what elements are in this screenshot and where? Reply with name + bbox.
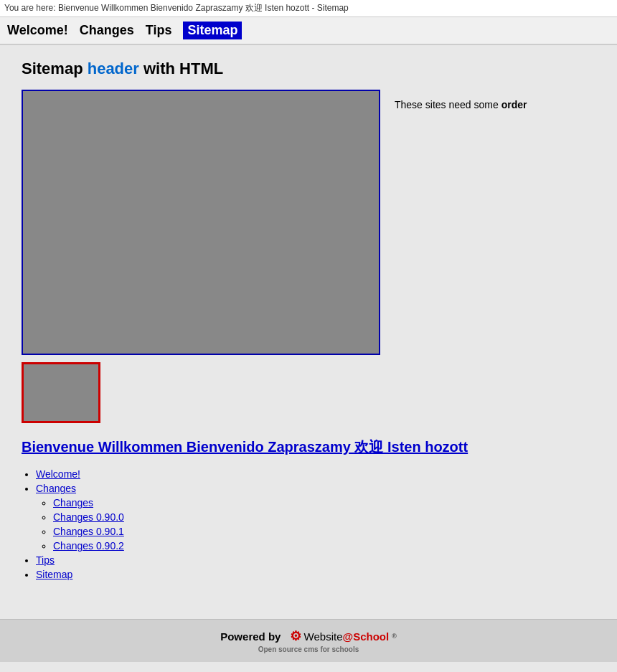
trademark-symbol: ® [392, 633, 397, 640]
welcome-heading-link[interactable]: Bienvenue Willkommen Bienvenido Zaprasza… [22, 437, 595, 457]
link-changes-0902[interactable]: Changes 0.90.2 [53, 540, 124, 552]
image-section: These sites need some order [22, 90, 595, 355]
nav-changes[interactable]: Changes [80, 23, 134, 38]
footer-logo: Powered by ⚙ Website@School ® [220, 628, 397, 644]
list-item: Changes Changes Changes 0.90.0 Changes 0… [36, 483, 595, 552]
link-changes[interactable]: Changes [36, 483, 76, 494]
gear-icon: ⚙ [290, 628, 301, 644]
list-item: Sitemap [36, 569, 595, 580]
breadcrumb: You are here: Bienvenue Willkommen Bienv… [0, 0, 617, 17]
list-item: Changes [53, 497, 595, 508]
link-changes-main[interactable]: Changes [53, 497, 93, 508]
footer-logo-text: Website@School [304, 630, 390, 643]
list-item: Tips [36, 554, 595, 566]
footer: Powered by ⚙ Website@School ® Open sourc… [0, 619, 617, 662]
top-navigation: Welcome! Changes Tips Sitemap [0, 17, 617, 45]
link-changes-090[interactable]: Changes 0.90.0 [53, 511, 124, 523]
list-item: Changes 0.90.0 [53, 511, 595, 523]
page-title: Sitemap header with HTML [22, 60, 595, 78]
sitemap-top-list: Welcome! Changes Changes Changes 0.90.0 … [36, 468, 595, 580]
list-item: Changes 0.90.2 [53, 540, 595, 552]
thumbnail-image-wrapper [22, 362, 100, 423]
side-text: These sites need some order [395, 90, 527, 113]
header-link[interactable]: header [88, 60, 139, 77]
link-tips[interactable]: Tips [36, 554, 55, 566]
main-content: Sitemap header with HTML These sites nee… [0, 45, 617, 597]
list-item: Welcome! [36, 468, 595, 480]
at-school-part: @School [343, 630, 390, 643]
website-part: Website [304, 630, 343, 643]
list-item: Changes 0.90.1 [53, 526, 595, 537]
side-text-bold: order [501, 99, 527, 110]
footer-tagline: Open source cms for schools [9, 645, 608, 653]
thumbnail-image [24, 364, 100, 423]
link-changes-0901[interactable]: Changes 0.90.1 [53, 526, 124, 537]
nav-welcome[interactable]: Welcome! [7, 23, 68, 38]
powered-by-text: Powered by [220, 630, 281, 643]
main-image [23, 91, 380, 355]
side-text-prefix: These [395, 99, 423, 110]
sitemap-sub-list-changes: Changes Changes 0.90.0 Changes 0.90.1 Ch… [53, 497, 595, 552]
main-image-wrapper [22, 90, 380, 355]
nav-tips[interactable]: Tips [146, 23, 172, 38]
sitemap-list: Welcome! Changes Changes Changes 0.90.0 … [36, 468, 595, 580]
nav-sitemap[interactable]: Sitemap [183, 22, 242, 39]
link-sitemap[interactable]: Sitemap [36, 569, 72, 580]
link-welcome[interactable]: Welcome! [36, 468, 80, 480]
side-text-middle: sites need some [423, 99, 501, 110]
